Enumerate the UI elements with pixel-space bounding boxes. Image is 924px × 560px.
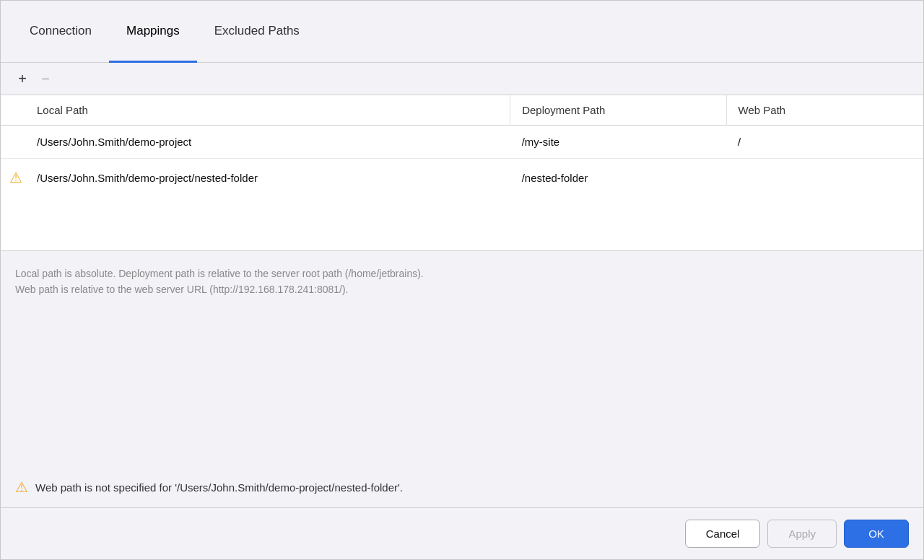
row-deployment-path-1: /my-site	[510, 126, 726, 159]
tab-mappings[interactable]: Mappings	[109, 1, 197, 63]
info-line-2: Web path is relative to the web server U…	[15, 281, 909, 297]
row-warning-cell-1	[1, 126, 25, 159]
row-deployment-path-2: /nested-folder	[510, 159, 726, 197]
warning-icon: ⚠	[9, 170, 22, 185]
mappings-table: Local Path Deployment Path Web Path /Use…	[1, 95, 923, 196]
warning-section: ⚠ Web path is not specified for '/Users/…	[1, 467, 923, 507]
tab-excluded-paths[interactable]: Excluded Paths	[197, 1, 317, 63]
row-web-path-1: /	[726, 126, 923, 159]
warning-message-text: Web path is not specified for '/Users/Jo…	[35, 481, 403, 494]
column-header-web-path: Web Path	[726, 95, 923, 126]
add-button[interactable]: +	[12, 69, 32, 89]
cancel-button[interactable]: Cancel	[685, 520, 761, 548]
table-row[interactable]: /Users/John.Smith/demo-project /my-site …	[1, 126, 923, 159]
remove-button[interactable]: −	[35, 69, 56, 89]
column-header-deployment-path: Deployment Path	[510, 95, 726, 126]
column-header-local-path: Local Path	[25, 95, 510, 126]
info-section: Local path is absolute. Deployment path …	[1, 250, 923, 312]
dialog: Connection Mappings Excluded Paths + − L…	[0, 0, 924, 560]
warning-message-icon: ⚠	[15, 478, 28, 496]
tab-bar: Connection Mappings Excluded Paths	[1, 1, 923, 63]
row-local-path-1: /Users/John.Smith/demo-project	[25, 126, 510, 159]
info-line-1: Local path is absolute. Deployment path …	[15, 266, 909, 281]
ok-button[interactable]: OK	[844, 520, 909, 548]
row-web-path-2	[726, 159, 923, 197]
row-local-path-2: /Users/John.Smith/demo-project/nested-fo…	[25, 159, 510, 197]
toolbar: + −	[1, 63, 923, 95]
row-warning-cell-2: ⚠	[1, 159, 25, 197]
table-row[interactable]: ⚠ /Users/John.Smith/demo-project/nested-…	[1, 159, 923, 197]
table-header-row: Local Path Deployment Path Web Path	[1, 95, 923, 126]
footer: Cancel Apply OK	[1, 507, 923, 559]
tab-connection[interactable]: Connection	[12, 1, 109, 63]
apply-button[interactable]: Apply	[767, 520, 837, 548]
mappings-table-container: Local Path Deployment Path Web Path /Use…	[1, 95, 923, 250]
